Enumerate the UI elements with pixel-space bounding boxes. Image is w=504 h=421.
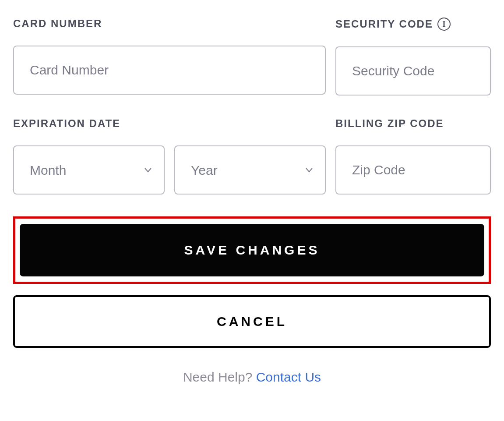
info-icon[interactable]: i (437, 18, 451, 31)
help-prompt: Need Help? (183, 370, 256, 384)
expiration-date-label: EXPIRATION DATE (13, 117, 326, 130)
billing-zip-label: BILLING ZIP CODE (335, 117, 491, 130)
save-highlight-box: SAVE CHANGES (13, 216, 491, 284)
cancel-button[interactable]: CANCEL (13, 295, 491, 348)
card-number-input[interactable] (13, 46, 326, 95)
security-code-label: SECURITY CODE i (335, 18, 491, 31)
contact-us-link[interactable]: Contact Us (256, 370, 321, 384)
expiration-year-select[interactable]: Year (174, 145, 326, 195)
security-code-input[interactable] (335, 46, 491, 96)
card-number-label: CARD NUMBER (13, 18, 326, 30)
security-code-label-text: SECURITY CODE (335, 18, 433, 30)
help-text: Need Help? Contact Us (13, 370, 491, 385)
save-changes-button[interactable]: SAVE CHANGES (20, 224, 484, 276)
expiration-month-select[interactable]: Month (13, 145, 165, 195)
zip-code-input[interactable] (335, 145, 491, 195)
